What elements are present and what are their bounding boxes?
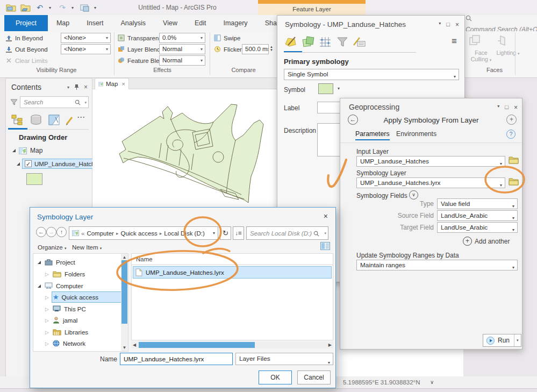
search-options-icon[interactable]: ▾ — [84, 101, 87, 105]
lighting-button[interactable]: Lighting ▾ — [496, 33, 520, 66]
in-beyond-button[interactable]: In Beyond — [5, 33, 43, 43]
tree-item-folders[interactable]: ▷ Folders — [33, 268, 128, 280]
panel-menu-icon[interactable]: ▾ — [439, 21, 441, 28]
primary-symbology-select[interactable]: Single Symbol▾ — [284, 69, 459, 80]
search-options-icon[interactable]: ▾ — [324, 231, 326, 236]
help-icon[interactable]: ? — [506, 130, 515, 139]
expander-closed-icon[interactable]: ▷ — [45, 318, 49, 323]
run-button[interactable]: Run ▾ — [483, 334, 521, 347]
breadcrumb-computer[interactable]: Computer — [87, 230, 114, 237]
map-view-tab[interactable]: Map × — [95, 78, 129, 89]
run-options-icon[interactable]: ▾ — [517, 338, 519, 343]
panel-menu-icon[interactable]: ▾ — [67, 85, 69, 90]
tree-scrollbar[interactable]: ▲ ▼ — [121, 254, 128, 351]
expander-closed-icon[interactable]: ▷ — [45, 307, 49, 312]
up-icon[interactable]: ↑ — [56, 227, 67, 237]
open-project-icon[interactable] — [5, 2, 16, 13]
browse-folder-icon[interactable] — [509, 156, 519, 165]
back-icon[interactable]: ← — [348, 115, 358, 125]
breadcrumb-dropdown-icon[interactable]: ▾ — [213, 231, 215, 236]
source-field-select[interactable]: LandUse_Arabic▾ — [437, 210, 518, 221]
breadcrumb[interactable]: « Computer ▸ Quick access ▸ Local Disk (… — [69, 226, 218, 240]
back-icon[interactable]: ← — [36, 227, 46, 237]
pin-icon[interactable] — [74, 84, 79, 90]
transparency-select[interactable]: 0.0%▾ — [159, 33, 205, 43]
forward-icon[interactable]: → — [46, 227, 56, 237]
tab-view[interactable]: View — [154, 15, 186, 31]
clear-limits-button[interactable]: Clear Limits — [5, 55, 48, 66]
tab-parameters[interactable]: Parameters — [355, 130, 390, 140]
undo-icon[interactable]: ↶ — [34, 2, 45, 13]
expander-open-icon[interactable] — [17, 162, 20, 166]
tree-item-libraries[interactable]: ▷ Libraries — [33, 326, 128, 338]
expander-closed-icon[interactable]: ▷ — [45, 295, 49, 300]
add-another-icon[interactable]: + — [463, 237, 472, 246]
panel-options-menu-icon[interactable]: ≡ — [452, 36, 457, 47]
add-another-label[interactable]: Add another — [475, 238, 510, 245]
update-ranges-select[interactable]: Maintain ranges▾ — [356, 260, 518, 270]
target-field-select[interactable]: LandUse_Arabic▾ — [437, 222, 518, 233]
symbology-layer-select[interactable]: UMP_Landuse_Hatches.lyrx▾ — [356, 177, 505, 188]
toc-map-item[interactable]: Map — [12, 147, 42, 154]
breadcrumb-overflow[interactable]: « — [79, 230, 87, 237]
list-by-data-source-icon[interactable] — [30, 114, 42, 126]
tree-item-this-pc[interactable]: ▷ This PC — [33, 303, 128, 315]
expander-open-icon[interactable] — [12, 149, 16, 152]
swipe-button[interactable]: Swipe — [214, 33, 240, 43]
name-input[interactable] — [120, 353, 233, 365]
panel-menu-icon[interactable]: ▾ — [497, 104, 499, 111]
file-list-hscrollbar[interactable]: ◀ ▶ — [131, 341, 333, 348]
tab-map[interactable]: Map — [48, 15, 78, 31]
symbol-dropdown-icon[interactable]: ▾ — [338, 86, 340, 91]
redo-menu-icon[interactable]: ▾ — [71, 5, 76, 10]
face-culling-button[interactable]: Face Culling ▾ — [469, 33, 493, 66]
tree-item-user[interactable]: ▷ jamal — [33, 315, 128, 326]
refresh-icon[interactable]: ↻ — [220, 226, 231, 240]
tree-item-network[interactable]: ▷ Network — [33, 338, 128, 349]
float-icon[interactable]: □ — [505, 104, 509, 111]
scroll-up-icon[interactable]: ▲ — [121, 255, 128, 260]
out-beyond-button[interactable]: Out Beyond — [5, 44, 48, 54]
lock-panes-icon[interactable] — [80, 2, 90, 13]
file-row-selected[interactable]: UMP_Landuse_Hatches.lyrx — [133, 266, 332, 279]
edit-icon[interactable] — [65, 114, 75, 126]
collapse-fields-icon[interactable]: ∨ — [409, 190, 418, 199]
scrollbar-thumb[interactable] — [139, 342, 255, 348]
close-icon[interactable]: × — [84, 83, 88, 91]
file-type-select[interactable]: Layer Files▾ — [235, 353, 333, 365]
input-layer-select[interactable]: UMP_Landuse_Hatches▾ — [356, 156, 505, 167]
feature-blend-select[interactable]: Normal▾ — [159, 55, 205, 66]
breadcrumb-quick-access[interactable]: Quick access — [120, 230, 157, 237]
tab-insert[interactable]: Insert — [78, 15, 112, 31]
scale-symbology-tab-icon[interactable] — [353, 35, 367, 49]
breadcrumb-local-disk[interactable]: Local Disk (D:) — [164, 230, 204, 237]
cancel-button[interactable]: Cancel — [297, 370, 331, 384]
out-beyond-select[interactable]: <None>▾ — [61, 44, 111, 54]
layer-symbol-swatch[interactable] — [26, 173, 42, 185]
flicker-interval-input[interactable]: 500.0 ms — [242, 44, 269, 54]
redo-icon[interactable]: ↷ — [57, 2, 68, 13]
layer-visibility-checkbox[interactable]: ✓ — [25, 160, 32, 167]
new-item-menu[interactable]: New Item ▾ — [72, 244, 102, 251]
coordinates-dropdown-icon[interactable]: ∨ — [430, 376, 434, 388]
list-by-selection-icon[interactable] — [48, 114, 61, 126]
tree-item-project[interactable]: Project — [33, 256, 128, 268]
organize-menu[interactable]: Organize ▾ — [38, 244, 66, 251]
symbol-layer-drawing-tab-icon[interactable] — [318, 35, 332, 49]
add-to-favorites-icon[interactable]: + — [506, 115, 517, 125]
view-toggle-icon[interactable] — [320, 242, 330, 250]
save-project-icon[interactable] — [20, 2, 31, 13]
tab-analysis[interactable]: Analysis — [112, 15, 155, 31]
type-select[interactable]: Value field▾ — [437, 198, 518, 209]
tab-environments[interactable]: Environments — [396, 130, 436, 138]
expander-closed-icon[interactable]: ▷ — [45, 341, 49, 346]
undo-menu-icon[interactable]: ▾ — [49, 5, 53, 10]
float-icon[interactable]: □ — [446, 21, 450, 28]
close-icon[interactable]: × — [455, 21, 459, 28]
tree-item-quick-access[interactable]: ▷ ★ Quick access — [33, 291, 128, 303]
name-column-header[interactable]: Name — [136, 256, 153, 262]
layer-blend-button[interactable]: Layer Blend — [118, 44, 160, 54]
more-options-icon[interactable]: ⋯ — [77, 112, 85, 122]
expander-open-icon[interactable] — [38, 284, 41, 288]
scroll-down-icon[interactable]: ▼ — [121, 345, 128, 350]
